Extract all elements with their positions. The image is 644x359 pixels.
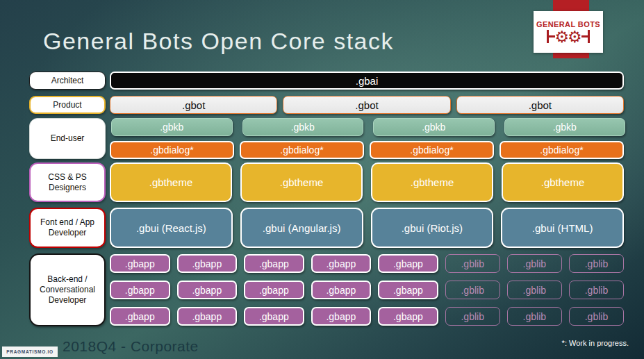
role-label-text: End-user (51, 133, 85, 144)
stack-box-gbkb: .gbkb (373, 118, 495, 136)
footer-version-text: 2018Q4 - Corporate (63, 338, 199, 355)
stack-box-gbapp: .gbapp (110, 281, 170, 299)
role-label-front-end-app-developer: Font end / App Developer (29, 208, 106, 248)
general-bots-logo: GENERAL BOTS ⚙⚙ (534, 11, 603, 53)
gear-line-right-bar (588, 30, 590, 43)
role-label-text: Product (53, 100, 81, 110)
row-gbai: .gbai (110, 72, 624, 90)
footnote-work-in-progress: *: Work in progress. (562, 339, 629, 347)
stack-box-gbapp: .gbapp (110, 307, 170, 326)
stack-box-gbtheme: .gbtheme (502, 162, 624, 202)
stack-box-gblib: .gblib (445, 307, 500, 326)
role-label-text: Architect (51, 76, 84, 86)
slide: General Bots Open Core stack GENERAL BOT… (0, 0, 644, 359)
role-label-end-user: End-user (29, 118, 106, 159)
stack-box-gbdialog: .gbdialog* (370, 141, 494, 159)
role-label-back-end-conversational-developer: Back-end / Conversational Developer (29, 253, 106, 326)
stack-box-gbdialog: .gbdialog* (499, 141, 624, 159)
row-gbapp-gblib-2: .gbapp .gbapp .gbapp .gbapp .gbapp .gbli… (110, 281, 624, 299)
row-gbtheme: .gbtheme .gbtheme .gbtheme .gbtheme (110, 162, 624, 202)
stack-box-gbdialog: .gbdialog* (110, 141, 234, 159)
row-gbdialog: .gbdialog* .gbdialog* .gbdialog* .gbdial… (110, 141, 624, 159)
stack-box-gbui-riot: .gbui (Riot.js) (371, 208, 494, 248)
stack-box-gbtheme: .gbtheme (371, 162, 493, 202)
role-label-product: Product (29, 96, 106, 114)
pragmatismo-logo-text: PRAGMATISMO.IO (6, 349, 53, 354)
role-label-text: Font end / App Developer (35, 217, 100, 238)
stack-box-gbapp: .gbapp (244, 254, 304, 273)
gears-icon: ⚙⚙ (547, 29, 589, 44)
gear-line-right (581, 35, 588, 37)
gear-icon: ⚙ (568, 29, 582, 44)
role-label-architect: Architect (29, 72, 106, 90)
stack-box-gbai: .gbai (110, 72, 624, 90)
stack-box-gblib: .gblib (445, 281, 500, 299)
stack-box-gbapp: .gbapp (378, 281, 438, 299)
stack-box-gbui-react: .gbui (React.js) (110, 208, 233, 248)
stack-box-gbkb: .gbkb (111, 118, 233, 136)
stack-box-gblib: .gblib (507, 281, 562, 299)
stack-box-gblib: .gblib (569, 281, 624, 299)
stack-box-gbapp: .gbapp (110, 254, 170, 273)
stack-box-gbapp: .gbapp (177, 307, 238, 326)
stack-box-gbapp: .gbapp (177, 254, 238, 273)
stack-box-gbkb: .gbkb (242, 118, 364, 136)
stack-box-gbapp: .gbapp (378, 254, 438, 273)
row-gbkb: .gbkb .gbkb .gbkb .gbkb (110, 118, 627, 136)
stack-box-gbapp: .gbapp (311, 281, 372, 299)
role-label-css-ps-designers: CSS & PS Designers (29, 162, 106, 202)
stack-box-gbui-angular: .gbui (Angular.js) (240, 208, 363, 248)
role-label-text: CSS & PS Designers (35, 172, 100, 193)
stack-box-gblib: .gblib (569, 254, 624, 273)
row-gbot: .gbot .gbot .gbot (110, 96, 624, 114)
stack-box-gbui-html: .gbui (HTML) (501, 208, 624, 248)
row-gbapp-gblib-3: .gbapp .gbapp .gbapp .gbapp .gbapp .gbli… (110, 307, 624, 326)
stack-box-gbot: .gbot (110, 96, 277, 114)
stack-box-gbkb: .gbkb (504, 118, 626, 136)
stack-box-gbapp: .gbapp (378, 307, 438, 326)
stack-box-gbapp: .gbapp (311, 307, 372, 326)
stack-box-gbapp: .gbapp (244, 281, 304, 299)
row-gbui: .gbui (React.js) .gbui (Angular.js) .gbu… (110, 208, 624, 248)
stack-box-gbtheme: .gbtheme (240, 162, 363, 202)
stack-box-gbapp: .gbapp (311, 254, 372, 273)
pragmatismo-logo: PRAGMATISMO.IO (2, 347, 58, 357)
stack-box-gbapp: .gbapp (177, 281, 238, 299)
role-label-text: Back-end / Conversational Developer (35, 274, 100, 306)
stack-box-gbot: .gbot (456, 96, 624, 114)
stack-box-gblib: .gblib (507, 254, 562, 273)
stack-box-gbdialog: .gbdialog* (240, 141, 364, 159)
logo-brand-text: GENERAL BOTS (536, 20, 600, 28)
stack-box-gbot: .gbot (283, 96, 450, 114)
gear-icon: ⚙ (554, 29, 569, 44)
stack-box-gbtheme: .gbtheme (110, 162, 232, 202)
stack-box-gbapp: .gbapp (244, 307, 304, 326)
stack-box-gblib: .gblib (507, 307, 562, 326)
stack-box-gblib: .gblib (569, 307, 624, 326)
row-gbapp-gblib-1: .gbapp .gbapp .gbapp .gbapp .gbapp .gbli… (110, 254, 624, 273)
stack-box-gblib: .gblib (445, 254, 500, 273)
page-title: General Bots Open Core stack (43, 28, 394, 55)
